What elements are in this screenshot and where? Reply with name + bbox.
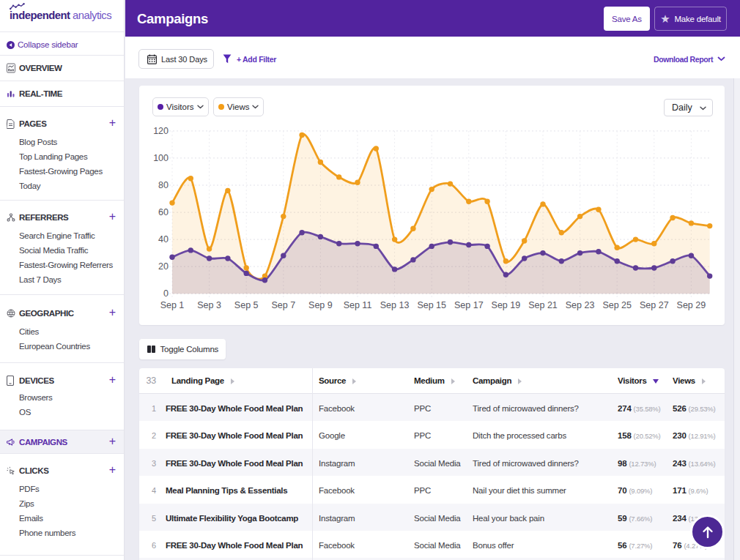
svg-text:Sep 27: Sep 27 xyxy=(640,300,669,310)
svg-text:Sep 17: Sep 17 xyxy=(454,300,484,310)
svg-text:Sep 23: Sep 23 xyxy=(566,300,595,310)
svg-text:Sep 19: Sep 19 xyxy=(492,300,521,310)
svg-text:Sep 9: Sep 9 xyxy=(308,300,333,310)
svg-text:Sep 3: Sep 3 xyxy=(197,300,221,310)
svg-text:Sep 1: Sep 1 xyxy=(160,300,185,310)
svg-text:Sep 25: Sep 25 xyxy=(602,300,632,310)
svg-text:Sep 29: Sep 29 xyxy=(677,300,706,310)
svg-text:Sep 5: Sep 5 xyxy=(234,300,259,310)
svg-text:120: 120 xyxy=(153,126,169,136)
svg-text:Sep 11: Sep 11 xyxy=(344,300,372,310)
svg-text:0: 0 xyxy=(163,288,169,299)
svg-text:60: 60 xyxy=(158,207,169,217)
svg-text:100: 100 xyxy=(153,153,169,163)
svg-text:40: 40 xyxy=(158,234,169,244)
svg-text:Sep 7: Sep 7 xyxy=(271,300,295,310)
svg-text:Sep 13: Sep 13 xyxy=(380,300,410,310)
svg-text:20: 20 xyxy=(158,261,169,272)
svg-text:80: 80 xyxy=(158,180,169,190)
svg-text:Sep 15: Sep 15 xyxy=(417,300,446,310)
svg-text:Sep 21: Sep 21 xyxy=(528,300,558,310)
